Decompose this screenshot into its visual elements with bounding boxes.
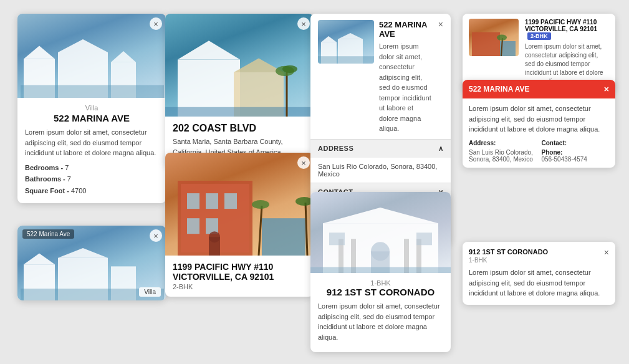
close-button-card8[interactable]: ×: [604, 85, 609, 93]
card1-title: 522 MARINA AVE: [25, 113, 158, 123]
property-card-pacific: × 1199 PACIFIC HWY #110 VICTORVILLE, CA …: [165, 153, 314, 297]
svg-rect-50: [310, 267, 451, 273]
svg-marker-8: [24, 253, 55, 264]
card5-title: 522 MARINA AVE: [379, 20, 433, 39]
property-card-coronado-right: 912 1ST ST CORONADO 1-BHK × Lorem ipsum …: [463, 242, 615, 305]
chevron-up-icon: ∧: [438, 145, 444, 153]
card1-info: Bedrooms - 7 Bathrooms - 7 Square Foot -…: [25, 162, 158, 197]
close-button-card9[interactable]: ×: [604, 248, 609, 257]
property-card-marina-red: 522 MARINA AVE × Lorem ipsum dolor sit a…: [463, 80, 615, 168]
card3-title: 202 COAST BLVD: [173, 123, 306, 134]
address-accordion-content: San Luis Rio Colorado, Sonora, 83400, Me…: [310, 158, 451, 183]
svg-marker-41: [323, 208, 438, 223]
svg-rect-6: [21, 85, 164, 98]
card6-title: 912 1ST ST CORONADO: [318, 287, 443, 297]
svg-rect-24: [206, 193, 218, 209]
svg-point-47: [371, 242, 390, 261]
svg-line-33: [305, 203, 307, 256]
svg-point-29: [209, 231, 220, 242]
svg-marker-14: [178, 41, 240, 59]
close-button-card4[interactable]: ×: [297, 156, 310, 169]
svg-marker-1: [24, 46, 55, 59]
card7-title: 1199 PACIFIC HWY #110 VICTORVILLE, CA 92…: [525, 19, 609, 32]
card8-desc: Lorem ipsum dolor sit amet, consectetur …: [469, 103, 609, 135]
card6-desc: Lorem ipsum dolor sit amet, consectetur …: [318, 301, 443, 342]
card4-title: 1199 PACIFIC HWY #110 VICTORVILLE, CA 92…: [173, 262, 306, 282]
svg-rect-27: [206, 218, 218, 234]
card8-title: 522 MARINA AVE: [469, 85, 530, 93]
svg-rect-23: [187, 193, 199, 209]
card9-desc: Lorem ipsum dolor sit amet, consectetur …: [463, 264, 615, 305]
card1-desc: Lorem ipsum dolor sit amet, consectetur …: [25, 127, 158, 158]
svg-rect-49: [416, 232, 432, 245]
svg-marker-5: [111, 50, 136, 62]
close-button-card3[interactable]: ×: [297, 17, 310, 30]
card4-badge: 2-BHK: [173, 283, 306, 290]
close-button-card5[interactable]: ×: [438, 20, 443, 29]
property-card-marina-small: × Villa 522 Marina Ave: [17, 226, 166, 300]
close-button-card1[interactable]: ×: [150, 17, 162, 30]
svg-rect-26: [187, 218, 199, 234]
svg-point-32: [252, 200, 269, 209]
svg-rect-51: [472, 32, 500, 56]
card6-badge: 1-BHK: [318, 279, 443, 287]
address-accordion-header[interactable]: ADDRESS ∧: [310, 140, 451, 158]
card9-badge: 1-BHK: [469, 257, 548, 264]
property-card-coronado-center: 1-BHK 912 1ST ST CORONADO Lorem ipsum do…: [310, 192, 451, 352]
property-card-marina-main: × Villa 522 MARINA AVE Lorem ipsum dolor…: [17, 14, 166, 203]
svg-marker-38: [338, 33, 363, 39]
svg-marker-36: [321, 36, 337, 42]
svg-rect-17: [165, 107, 314, 117]
svg-marker-10: [58, 248, 108, 258]
svg-point-54: [497, 34, 507, 41]
card1-label: Villa: [25, 104, 158, 112]
card7-badge: 2-BHK: [527, 32, 551, 40]
svg-rect-25: [224, 193, 237, 209]
card5-desc: Lorem ipsum dolor sit amet, consectetur …: [379, 41, 433, 134]
svg-rect-39: [318, 56, 374, 64]
card2-villa-label: Villa: [139, 287, 161, 297]
property-card-coast: × 202 COAST BLVD Santa Maria, Santa Barb…: [165, 14, 314, 167]
card9-title: 912 1ST ST CORONADO: [469, 248, 548, 256]
close-button-card2[interactable]: ×: [150, 229, 162, 242]
svg-rect-48: [329, 232, 345, 245]
svg-marker-3: [58, 39, 108, 52]
svg-line-31: [259, 206, 262, 256]
svg-point-20: [282, 65, 297, 73]
card2-title-overlay: 522 Marina Ave: [22, 229, 74, 239]
svg-rect-30: [262, 218, 305, 256]
